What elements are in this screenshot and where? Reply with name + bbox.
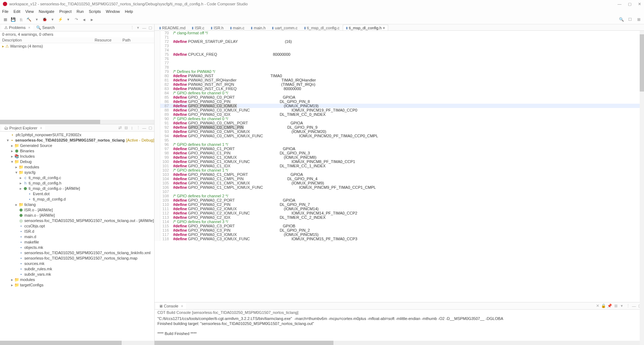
file-map[interactable]: •sensorless-foc_TIDA010250_MSPM0G1507_no… (1, 256, 154, 261)
project-sensorless-foc[interactable]: ▾▪sensorless-foc_TIDA010250_MSPM0G1507_n… (1, 138, 154, 143)
forward-icon[interactable]: ► (89, 16, 95, 23)
scroll-lock-icon[interactable]: 🔒 (601, 304, 606, 309)
editor-tab-uart_comm-c[interactable]: ▮uart_comm.c (269, 25, 301, 30)
link-editor-icon[interactable]: ⇄ (117, 125, 122, 130)
step-icon[interactable]: ↷ (73, 16, 79, 23)
code-line-77[interactable]: 77 (155, 61, 644, 65)
menu-scripts[interactable]: Scripts (89, 9, 101, 14)
code-line-75[interactable]: 75#define CPUCLK_FREQ 80000000 (155, 52, 644, 56)
project-pfc[interactable]: ▪pfc1phttpl_nonpowerSUITE_F28002x (1, 132, 154, 138)
dropdown-icon[interactable]: ▾ (65, 16, 72, 23)
minimize-view-icon[interactable]: — (142, 125, 147, 130)
code-line-79[interactable]: 79/* Defines for PWMA0 */ (155, 69, 644, 74)
code-line-89[interactable]: 89#define GPIO_PWMA0_C0_IDX DL_TIMER_CC_… (155, 112, 644, 117)
menu-view[interactable]: View (25, 9, 34, 14)
file-ti-msp-dl-config-o[interactable]: ▸⬣ti_msp_dl_config.o - [ARM/le] (1, 186, 154, 191)
code-line-81[interactable]: 81#define PWMA0_INST_IRQHandler TIMA0_IR… (155, 78, 644, 82)
code-line-94[interactable]: 94#define GPIO_PWMA0_C0_CMPL_IOMUX_FUNC … (155, 134, 644, 138)
file-out[interactable]: ◎sensorless-foc_TIDA010250_MSPM0G1507_no… (1, 218, 154, 223)
menu-file[interactable]: File (2, 9, 9, 14)
debug-icon[interactable]: 🐞 (42, 16, 48, 23)
filter-icon[interactable]: ⫶ (130, 125, 135, 130)
code-line-71[interactable]: 71 (155, 35, 644, 39)
code-line-83[interactable]: 83#define PWMA0_INST_CLK_FREQ 80000000 (155, 87, 644, 91)
maximize-view-icon[interactable]: ▢ (148, 125, 153, 130)
code-line-117[interactable]: 117#define GPIO_PWMA0_C3_IOMUX (IOMUX_PI… (155, 232, 644, 237)
code-line-73[interactable]: 73 (155, 44, 644, 48)
code-line-98[interactable]: 98#define GPIO_PWMA0_C1_PIN DL_GPIO_PIN_… (155, 151, 644, 155)
minimize-view-icon[interactable]: — (142, 25, 147, 30)
flash-icon[interactable]: ⚡ (57, 16, 64, 23)
view-menu-icon[interactable]: ▾ (136, 25, 141, 30)
close-icon[interactable]: × (383, 26, 385, 30)
folder-includes[interactable]: ▸📚Includes (1, 154, 154, 159)
search-icon[interactable]: 🔍 (618, 16, 625, 23)
folder-target-configs[interactable]: ▸📁targetConfigs (1, 282, 154, 288)
collapse-all-icon[interactable]: ⊟ (123, 125, 128, 130)
file-main-d[interactable]: •main.d (1, 234, 154, 240)
display-console-icon[interactable]: ⊞ (613, 304, 618, 309)
code-line-87[interactable]: 87#define GPIO_PWMA0_C0_IOMUX (IOMUX_PIN… (155, 104, 644, 108)
code-line-76[interactable]: 76 (155, 56, 644, 61)
code-line-96[interactable]: 96/* GPIO defines for channel 1 */ (155, 142, 644, 147)
close-button[interactable]: ✕ (638, 2, 641, 6)
maximize-view-icon[interactable]: ▢ (148, 25, 153, 30)
open-console-icon[interactable]: ▾ (619, 304, 624, 309)
code-line-114[interactable]: 114/* GPIO defines for channel 3 */ (155, 220, 644, 224)
file-linkinfo-xml[interactable]: •sensorless-foc_TIDA010250_MSPM0G1507_no… (1, 250, 154, 256)
console-hscroll[interactable] (155, 341, 644, 345)
build-icon[interactable]: 🔨 (26, 16, 32, 23)
code-line-106[interactable]: 106#define GPIO_PWMA0_C1_CMPL_IOMUX_FUNC… (155, 185, 644, 189)
code-line-110[interactable]: 110#define GPIO_PWMA0_C2_PIN DL_GPIO_PIN… (155, 202, 644, 207)
editor-tab-ISR-h[interactable]: ▮ISR.h (208, 25, 227, 30)
file-main-o[interactable]: ⬣main.o - [ARM/le] (1, 213, 154, 218)
pin-console-icon[interactable]: 📌 (607, 304, 612, 309)
code-line-118[interactable]: 118#define GPIO_PWMA0_C3_IOMUX_FUNC IOMU… (155, 237, 644, 241)
code-line-107[interactable]: 107 (155, 189, 644, 194)
menu-run[interactable]: Run (77, 9, 84, 14)
menu-project[interactable]: Project (59, 9, 72, 14)
code-line-108[interactable]: 108/* GPIO defines for channel 2 */ (155, 194, 644, 198)
file-isr-d[interactable]: •ISR.d (1, 229, 154, 234)
close-icon[interactable]: × (181, 304, 183, 308)
code-line-105[interactable]: 105#define GPIO_PWMA0_C1_CMPL_IOMUX (IOM… (155, 181, 644, 185)
dropdown-icon[interactable]: ▾ (49, 16, 56, 23)
code-line-115[interactable]: 115#define GPIO_PWMA0_C3_PORT GPIOB (155, 224, 644, 228)
problems-hscroll[interactable] (0, 120, 154, 124)
project-hscroll[interactable] (0, 341, 154, 345)
console-output[interactable]: "C:/ti/ccs1271/ccs/tools/compiler/ti-cgt… (155, 315, 644, 341)
code-line-103[interactable]: 103#define GPIO_PWMA0_C1_CMPL_PORT GPIOA (155, 172, 644, 177)
open-perspective-icon[interactable]: ☐ (627, 16, 633, 23)
close-icon[interactable]: × (28, 25, 30, 30)
code-line-84[interactable]: 84/* GPIO defines for channel 0 */ (155, 91, 644, 95)
maximize-button[interactable]: ▢ (628, 2, 631, 6)
col-path[interactable]: Path (120, 37, 154, 43)
folder-modules-2[interactable]: ▸📁modules (1, 277, 154, 282)
code-line-99[interactable]: 99#define GPIO_PWMA0_C1_IOMUX (IOMUX_PIN… (155, 155, 644, 159)
editor-tab-main-c[interactable]: ▮main.c (227, 25, 248, 30)
editor-tab-ti_msp_dl_config-h[interactable]: ▮ti_msp_dl_config.h × (343, 25, 388, 30)
ccs-perspective-icon[interactable]: ⊞ (635, 16, 642, 23)
code-line-72[interactable]: 72#define POWER_STARTUP_DELAY (16) (155, 39, 644, 44)
file-sources-mk[interactable]: •sources.mk (1, 261, 154, 266)
col-resource[interactable]: Resource (93, 37, 121, 43)
code-line-90[interactable]: 90/* GPIO defines for channel 0 */ (155, 117, 644, 121)
code-line-85[interactable]: 85#define GPIO_PWMA0_C0_PORT GPIOA (155, 95, 644, 99)
file-ti-msp-dl-config-d[interactable]: •ti_msp_dl_config.d (1, 197, 154, 202)
code-line-95[interactable]: 95 (155, 138, 644, 142)
minimize-view-icon[interactable]: — (631, 304, 636, 309)
file-subdir-rules-mk[interactable]: •subdir_rules.mk (1, 266, 154, 272)
file-ti-msp-dl-config-h[interactable]: ▸hti_msp_dl_config.h (1, 181, 154, 186)
folder-modules[interactable]: ▸📁modules (1, 164, 154, 170)
code-line-70[interactable]: 70/* clang-format off */ (155, 31, 644, 35)
code-line-82[interactable]: 82#define PWMA0_INST_INT_IRQN (TIMA0_INT… (155, 82, 644, 87)
tab-project-explorer[interactable]: 🗂 Project Explorer × (1, 125, 45, 131)
tab-search[interactable]: 🔍 Search (33, 25, 58, 31)
file-ccsobjs-opt[interactable]: •ccsObjs.opt (1, 223, 154, 229)
minimize-button[interactable]: — (618, 2, 621, 6)
code-line-101[interactable]: 101#define GPIO_PWMA0_C1_IDX DL_TIMER_CC… (155, 164, 644, 168)
code-line-102[interactable]: 102/* GPIO defines for channel 1 */ (155, 168, 644, 172)
filter-icon[interactable]: ⋮ (130, 25, 135, 30)
file-subdir-vars-mk[interactable]: •subdir_vars.mk (1, 272, 154, 277)
code-line-92[interactable]: 92#define GPIO_PWMA0_C0_CMPL_PIN DL_GPIO… (155, 125, 644, 129)
